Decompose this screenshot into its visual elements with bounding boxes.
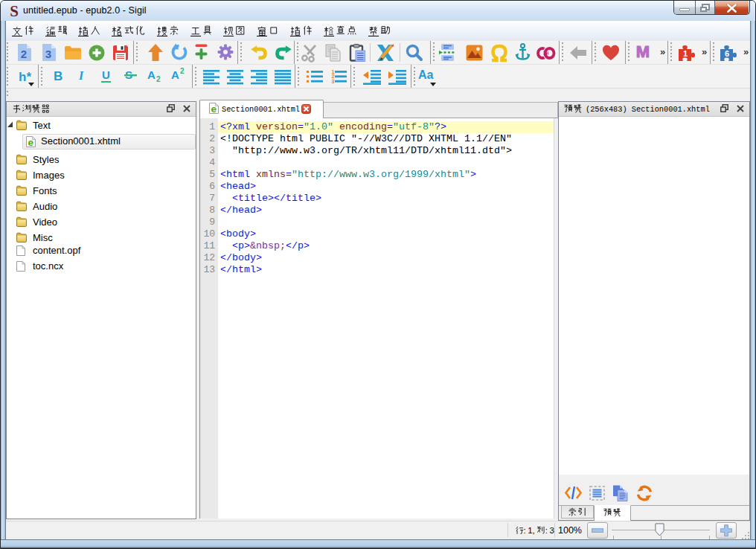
svg-text:e: e [211, 103, 217, 115]
svg-text:M: M [636, 42, 650, 61]
svg-text:2: 2 [21, 48, 27, 60]
svg-text:1: 1 [683, 49, 688, 58]
svg-text:6: 6 [725, 49, 729, 58]
svg-text:e: e [28, 137, 33, 148]
svg-text:3: 3 [45, 48, 51, 60]
svg-text:3: 3 [332, 79, 335, 84]
